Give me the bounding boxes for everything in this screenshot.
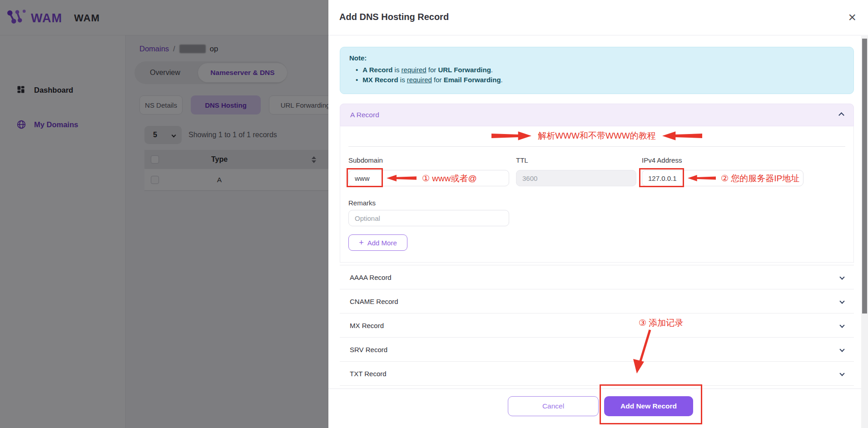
accordion-srv-record[interactable]: SRV Record: [340, 338, 854, 362]
red-highlight-box-subdomain: [347, 168, 383, 187]
chevron-down-icon: [839, 274, 844, 279]
step1-annotation: ① www或者@: [422, 173, 477, 184]
screen: WAM WAM Dashboard: [0, 0, 868, 428]
modal-scrollbar[interactable]: [861, 36, 868, 428]
chevron-down-icon: [839, 323, 844, 328]
ttl-label: TTL: [516, 156, 636, 164]
modal-header: Add DNS Hosting Record ×: [328, 0, 868, 35]
a-record-accordion-header[interactable]: A Record: [340, 104, 854, 126]
red-arrow-left-icon: [688, 174, 716, 183]
red-arrow-left-icon: [662, 131, 702, 141]
accordion-aaaa-record[interactable]: AAAA Record: [340, 265, 854, 289]
close-icon[interactable]: ×: [848, 10, 856, 25]
note-line-mx-record: • MX Record is required for Email Forwar…: [349, 75, 844, 85]
red-arrow-down-icon: [629, 329, 656, 376]
add-more-label: Add More: [367, 239, 397, 247]
add-more-button[interactable]: + Add More: [348, 234, 407, 251]
ttl-input: [516, 170, 636, 186]
step2-annotation: ② 您的服务器IP地址: [721, 173, 799, 184]
remarks-label: Remarks: [348, 199, 509, 207]
section-label: MX Record: [350, 322, 384, 329]
section-label: CNAME Record: [350, 298, 398, 305]
accordion-txt-record[interactable]: TXT Record: [340, 362, 854, 386]
red-arrow-right-icon: [491, 131, 531, 141]
chevron-down-icon: [839, 371, 844, 376]
divider: [348, 146, 845, 147]
red-highlight-box-submit: [600, 384, 702, 424]
modal-title: Add DNS Hosting Record: [339, 12, 449, 22]
red-arrow-left-icon: [387, 174, 417, 183]
scrollbar-thumb[interactable]: [862, 39, 867, 314]
ipv4-label: IPv4 Address: [642, 156, 804, 164]
bullet-icon: •: [356, 75, 358, 85]
add-dns-record-modal: Add DNS Hosting Record × Note: • A Recor…: [328, 0, 868, 428]
note-box: Note: • A Record is required for URL For…: [340, 47, 854, 94]
note-text: A Record is required for URL Forwarding.: [362, 65, 493, 75]
record-sections: AAAA Record CNAME Record MX Record SRV R…: [340, 265, 854, 386]
ttl-field-group: TTL: [516, 156, 636, 186]
a-record-section: A Record 解析WWW和不带WWW的教程 Subdomain TTL: [340, 104, 854, 263]
note-text: MX Record is required for Email Forwardi…: [362, 75, 502, 85]
section-label: AAAA Record: [350, 274, 392, 281]
remarks-field-group: Remarks: [348, 199, 509, 226]
chevron-down-icon: [839, 299, 844, 304]
red-highlight-box-ipv4: [639, 168, 684, 187]
a-record-title: A Record: [350, 111, 379, 119]
cancel-button[interactable]: Cancel: [508, 396, 599, 416]
subdomain-label: Subdomain: [348, 156, 509, 164]
footer-divider: [328, 388, 861, 389]
accordion-cname-record[interactable]: CNAME Record: [340, 289, 854, 314]
note-heading: Note:: [349, 53, 844, 64]
bullet-icon: •: [356, 65, 358, 75]
chevron-down-icon: [839, 347, 844, 352]
section-label: SRV Record: [350, 346, 387, 353]
a-record-body: 解析WWW和不带WWW的教程 Subdomain TTL IPv4 Addres…: [340, 126, 854, 263]
accordion-mx-record[interactable]: MX Record: [340, 314, 854, 338]
remarks-input[interactable]: [348, 210, 509, 226]
tutorial-annotation-text: 解析WWW和不带WWW的教程: [538, 130, 656, 142]
note-line-a-record: • A Record is required for URL Forwardin…: [349, 65, 844, 75]
section-label: TXT Record: [350, 370, 387, 378]
chevron-up-icon: [838, 112, 844, 118]
tutorial-annotation: 解析WWW和不带WWW的教程: [340, 130, 853, 142]
step3-annotation: ③ 添加记录: [639, 317, 683, 329]
plus-icon: +: [359, 239, 364, 247]
